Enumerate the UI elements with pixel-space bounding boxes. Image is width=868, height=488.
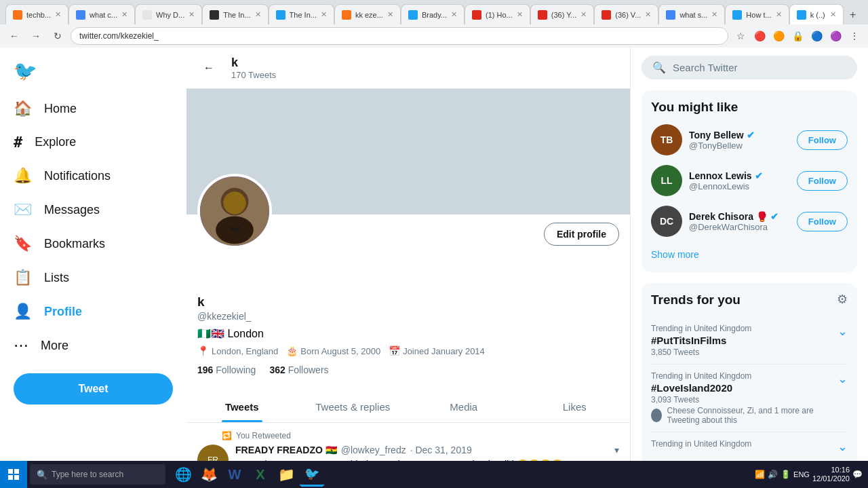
follow-derek-button[interactable]: Follow: [797, 212, 848, 231]
tab-5[interactable]: The In...✕: [269, 4, 334, 24]
taskbar-excel[interactable]: X: [248, 462, 273, 487]
trend-put-tits-count: 3,850 Tweets: [651, 348, 837, 357]
lennox-lewis-info: Lennox Lewis ✔ @LennoxLewis: [689, 170, 790, 191]
profile-name: k: [197, 295, 619, 309]
bookmarks-icon: 🔖: [14, 235, 32, 252]
joined-meta: 📅 Joined January 2014: [389, 345, 485, 356]
gear-icon[interactable]: ⚙: [837, 292, 848, 307]
profile-tabs: Tweets Tweets & replies Media Likes: [186, 392, 630, 423]
trend-chevron-2[interactable]: ⌄: [837, 371, 848, 386]
tony-bellew-avatar[interactable]: TB: [651, 124, 682, 155]
trend-uk-3[interactable]: Trending in United Kingdom ⌄: [651, 432, 848, 461]
forward-button[interactable]: →: [27, 27, 45, 45]
taskbar-system-tray: 📶 🔊 🔋 ENG 10:16 12/01/2020 💬: [749, 466, 868, 483]
follow-lennox-button[interactable]: Follow: [797, 171, 848, 191]
back-button[interactable]: ←: [5, 27, 23, 45]
tab-8[interactable]: (1) Ho...✕: [465, 4, 530, 24]
sidebar-item-bookmarks[interactable]: 🔖 Bookmarks: [0, 227, 122, 261]
tab-2[interactable]: what c...✕: [68, 4, 135, 24]
twitter-logo: 🐦: [0, 53, 186, 89]
taskbar-twitter[interactable]: 🐦: [300, 462, 324, 487]
tweet-inner: FR FREADY FREADZO 🇬🇭 @lowkey_fredz · Dec…: [197, 445, 619, 461]
verified-badge-derek: ✔: [770, 211, 778, 222]
reload-button[interactable]: ↻: [49, 27, 66, 45]
address-bar[interactable]: twitter.com/kkezekiel_: [71, 27, 728, 45]
main-content: ← k 170 Tweets: [186, 48, 631, 461]
taskbar-word[interactable]: W: [222, 462, 247, 487]
tab-1[interactable]: techb...✕: [5, 4, 68, 24]
tab-3[interactable]: Why D...✕: [135, 4, 202, 24]
tab-10[interactable]: (36) V...✕: [594, 4, 658, 24]
header-name: k: [231, 56, 276, 70]
tweet-more-button[interactable]: ▾: [614, 445, 619, 455]
clock-date: 12/01/2020: [812, 474, 850, 483]
sidebar-item-home[interactable]: 🏠 Home: [0, 92, 122, 126]
extension-5[interactable]: 🟣: [827, 28, 844, 44]
tab-media[interactable]: Media: [408, 392, 519, 422]
sidebar-item-messages[interactable]: ✉️ Messages: [0, 193, 122, 227]
tweet-button[interactable]: Tweet: [14, 373, 173, 405]
tab-tweets[interactable]: Tweets: [186, 392, 298, 422]
trend-put-tits[interactable]: Trending in United Kingdom #PutTitsInFil…: [651, 317, 848, 364]
profile-handle: @kkezekiel_: [197, 311, 619, 322]
tweet-author-avatar[interactable]: FR: [197, 445, 229, 461]
derek-chisora-avatar[interactable]: DC: [651, 206, 682, 237]
sidebar-item-notifications[interactable]: 🔔 Notifications: [0, 159, 124, 193]
sidebar-item-more[interactable]: ⋯ More: [0, 329, 122, 362]
follow-tony-button[interactable]: Follow: [797, 130, 848, 150]
tony-bellew-info: Tony Bellew ✔ @TonyBellew: [689, 130, 790, 151]
trend-put-tits-info: Trending in United Kingdom #PutTitsInFil…: [651, 324, 837, 357]
show-more-button[interactable]: Show more: [651, 246, 848, 263]
search-box[interactable]: 🔍: [642, 56, 857, 79]
tab-likes[interactable]: Likes: [519, 392, 631, 422]
menu-button[interactable]: ⋮: [846, 28, 863, 44]
extension-4[interactable]: 🔵: [808, 28, 825, 44]
tweet-item: 🔁 You Retweeted FR FREADY FREADZO 🇬🇭 @lo…: [186, 423, 630, 461]
edit-profile-button[interactable]: Edit profile: [544, 223, 619, 246]
followers-stat[interactable]: 362 Followers: [269, 364, 328, 375]
extension-2[interactable]: 🟠: [770, 28, 787, 44]
tab-12[interactable]: How t...✕: [725, 4, 789, 24]
derek-chisora-handle: @DerekWarChisora: [689, 222, 790, 232]
trend-chevron-1[interactable]: ⌄: [837, 324, 848, 339]
sidebar-item-profile[interactable]: 👤 Profile: [0, 295, 122, 329]
svg-rect-4: [8, 469, 13, 474]
trend-love-island-location: Trending in United Kingdom: [651, 371, 837, 381]
battery-icon[interactable]: 🔋: [781, 470, 791, 479]
following-stat[interactable]: 196 Following: [197, 364, 256, 375]
sidebar-item-lists[interactable]: 📋 Lists: [0, 261, 122, 295]
trend-love-island-row: Trending in United Kingdom #LoveIsland20…: [651, 371, 848, 425]
start-button[interactable]: [0, 461, 27, 488]
notification-tray-icon[interactable]: 💬: [852, 470, 863, 479]
tab-6[interactable]: kk eze...✕: [334, 4, 401, 24]
search-input[interactable]: [673, 62, 846, 73]
bookmark-icon[interactable]: ☆: [732, 28, 749, 44]
network-icon[interactable]: 📶: [755, 470, 765, 479]
tab-11[interactable]: what s...✕: [658, 4, 725, 24]
trend-love-island-tag: #LoveIsland2020: [651, 382, 837, 394]
taskbar-chrome[interactable]: 🌐: [171, 462, 195, 487]
tab-tweets-replies[interactable]: Tweets & replies: [298, 392, 409, 422]
sidebar: 🐦 🏠 Home # Explore 🔔 Notifications ✉️ Me…: [0, 48, 186, 461]
back-arrow-button[interactable]: ←: [197, 56, 220, 79]
taskbar-firefox[interactable]: 🦊: [197, 462, 221, 487]
trend-chevron-3[interactable]: ⌄: [837, 439, 848, 454]
suggestion-tony-bellew: TB Tony Bellew ✔ @TonyBellew Follow: [651, 124, 848, 155]
extension-1[interactable]: 🔴: [751, 28, 768, 44]
lennox-lewis-avatar[interactable]: LL: [651, 165, 682, 196]
taskbar-folder[interactable]: 📁: [274, 462, 298, 487]
sidebar-item-explore[interactable]: # Explore: [0, 126, 122, 159]
toolbar-icons: ☆ 🔴 🟠 🔒 🔵 🟣 ⋮: [732, 28, 863, 44]
trend-uk-3-location: Trending in United Kingdom: [651, 439, 837, 449]
new-tab-button[interactable]: +: [844, 5, 863, 24]
tab-4[interactable]: The In...✕: [202, 4, 268, 24]
tab-active[interactable]: k (..)✕: [789, 4, 844, 24]
taskbar-search[interactable]: 🔍 Type here to search: [30, 464, 165, 485]
tony-bellew-handle: @TonyBellew: [689, 140, 790, 151]
tab-7[interactable]: Brady...✕: [401, 4, 465, 24]
trend-love-island[interactable]: Trending in United Kingdom #LoveIsland20…: [651, 364, 848, 432]
profile-icon: 👤: [14, 303, 32, 320]
extension-3[interactable]: 🔒: [789, 28, 806, 44]
tab-9[interactable]: (36) Y...✕: [530, 4, 595, 24]
volume-icon[interactable]: 🔊: [768, 470, 778, 479]
